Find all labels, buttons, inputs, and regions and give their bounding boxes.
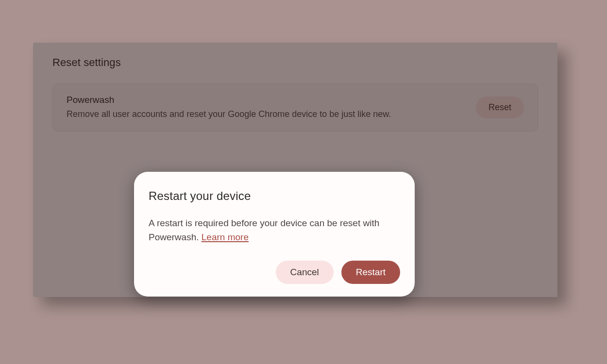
dialog-body-text: A restart is required before your device… <box>149 218 379 242</box>
dialog-title: Restart your device <box>149 189 400 203</box>
learn-more-link[interactable]: Learn more <box>202 232 249 242</box>
dialog-body: A restart is required before your device… <box>149 216 400 244</box>
restart-dialog: Restart your device A restart is require… <box>134 172 415 297</box>
restart-button[interactable]: Restart <box>341 261 400 284</box>
dialog-actions: Cancel Restart <box>149 261 400 284</box>
cancel-button[interactable]: Cancel <box>276 261 334 284</box>
